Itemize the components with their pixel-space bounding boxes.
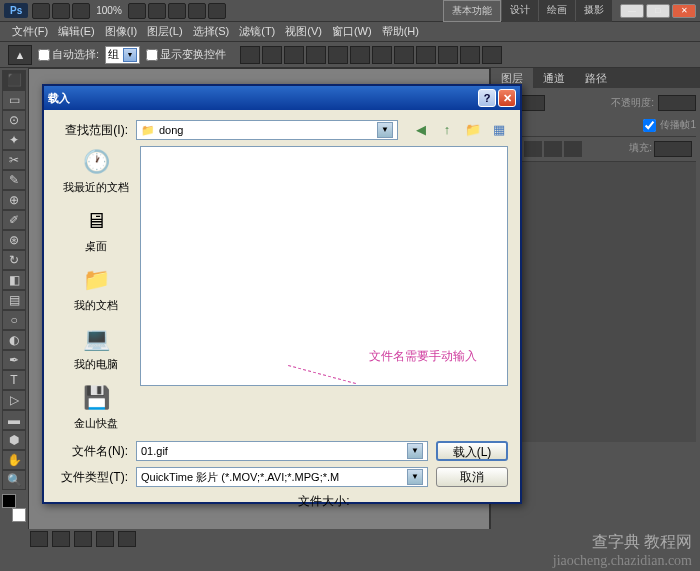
stamp-tool[interactable]: ⊛ bbox=[2, 230, 26, 250]
menu-edit[interactable]: 编辑(E) bbox=[54, 22, 99, 41]
menu-window[interactable]: 窗口(W) bbox=[328, 22, 376, 41]
arrange-icon[interactable] bbox=[188, 3, 206, 19]
healing-tool[interactable]: ⊕ bbox=[2, 190, 26, 210]
ws-tab-essentials[interactable]: 基本功能 bbox=[443, 0, 501, 22]
cancel-button[interactable]: 取消 bbox=[436, 467, 508, 487]
distribute-icon[interactable] bbox=[394, 46, 414, 64]
play-last-icon[interactable] bbox=[118, 531, 136, 547]
sidebar-item-desktop[interactable]: 🖥 桌面 bbox=[56, 205, 136, 254]
viewmenu-icon[interactable]: ▦ bbox=[490, 121, 508, 139]
filename-input[interactable]: 01.gif▼ bbox=[136, 441, 428, 461]
wand-tool[interactable]: ✦ bbox=[2, 130, 26, 150]
shape-tool[interactable]: ▬ bbox=[2, 410, 26, 430]
lookin-combo[interactable]: 📁 dong ▼ bbox=[136, 120, 398, 140]
menu-view[interactable]: 视图(V) bbox=[281, 22, 326, 41]
zoom-icon[interactable] bbox=[148, 3, 166, 19]
dialog-help-button[interactable]: ? bbox=[478, 89, 496, 107]
color-swatches[interactable] bbox=[2, 494, 26, 522]
history-brush-tool[interactable]: ↻ bbox=[2, 250, 26, 270]
file-list[interactable]: 文件名需要手动输入 bbox=[140, 146, 508, 386]
distribute-icon[interactable] bbox=[482, 46, 502, 64]
bridge-icon[interactable] bbox=[32, 3, 50, 19]
lasso-tool[interactable]: ⊙ bbox=[2, 110, 26, 130]
menu-help[interactable]: 帮助(H) bbox=[378, 22, 423, 41]
sidebar-item-mypc[interactable]: 💻 我的电脑 bbox=[56, 323, 136, 372]
pen-tool[interactable]: ✒ bbox=[2, 350, 26, 370]
brush-tool[interactable]: ✐ bbox=[2, 210, 26, 230]
distribute-icon[interactable] bbox=[460, 46, 480, 64]
maximize-button[interactable]: □ bbox=[646, 4, 670, 18]
eyedropper-tool[interactable]: ✎ bbox=[2, 170, 26, 190]
marquee-tool[interactable]: ▭ bbox=[2, 90, 26, 110]
auto-select-combo[interactable]: 组▼ bbox=[105, 46, 140, 64]
eraser-tool[interactable]: ◧ bbox=[2, 270, 26, 290]
zoom-tool[interactable]: 🔍 bbox=[2, 470, 26, 490]
menu-layer[interactable]: 图层(L) bbox=[143, 22, 186, 41]
zoom-level[interactable]: 100% bbox=[96, 5, 122, 16]
lock-position-icon[interactable] bbox=[544, 141, 562, 157]
dodge-tool[interactable]: ◐ bbox=[2, 330, 26, 350]
minimize-button[interactable]: — bbox=[620, 4, 644, 18]
lock-all-icon[interactable] bbox=[564, 141, 582, 157]
menu-file[interactable]: 文件(F) bbox=[8, 22, 52, 41]
sidebar-item-recent[interactable]: 🕐 我最近的文档 bbox=[56, 146, 136, 195]
menu-select[interactable]: 选择(S) bbox=[189, 22, 234, 41]
move-tool[interactable]: ⬛ bbox=[2, 70, 26, 90]
rotate-icon[interactable] bbox=[168, 3, 186, 19]
gradient-tool[interactable]: ▤ bbox=[2, 290, 26, 310]
align-icon[interactable] bbox=[306, 46, 326, 64]
auto-select-checkbox[interactable]: 自动选择: bbox=[38, 47, 99, 62]
sidebar-item-kdisk[interactable]: 💾 金山快盘 bbox=[56, 382, 136, 431]
filetype-select[interactable]: QuickTime 影片 (*.MOV;*.AVI;*.MPG;*.M▼ bbox=[136, 467, 428, 487]
menu-filter[interactable]: 滤镜(T) bbox=[235, 22, 279, 41]
dialog-close-button[interactable]: ✕ bbox=[498, 89, 516, 107]
up-icon[interactable]: ↑ bbox=[438, 121, 456, 139]
layers-list[interactable] bbox=[495, 162, 696, 442]
move-tool-icon[interactable]: ▲ bbox=[8, 45, 32, 65]
play-first-icon[interactable] bbox=[30, 531, 48, 547]
align-icon[interactable] bbox=[240, 46, 260, 64]
layout-icon[interactable] bbox=[72, 3, 90, 19]
watermark-title: 查字典 教程网 bbox=[592, 532, 692, 553]
menu-image[interactable]: 图像(I) bbox=[101, 22, 141, 41]
annotation-line bbox=[288, 365, 356, 384]
newfolder-icon[interactable]: 📁 bbox=[464, 121, 482, 139]
foreground-color[interactable] bbox=[2, 494, 16, 508]
3d-tool[interactable]: ⬢ bbox=[2, 430, 26, 450]
load-button[interactable]: 载入(L) bbox=[436, 441, 508, 461]
sidebar-item-mydocs[interactable]: 📁 我的文档 bbox=[56, 264, 136, 313]
blur-tool[interactable]: ○ bbox=[2, 310, 26, 330]
play-icon[interactable] bbox=[74, 531, 92, 547]
ws-tab-design[interactable]: 设计 bbox=[502, 0, 538, 22]
align-icon[interactable] bbox=[262, 46, 282, 64]
tab-paths[interactable]: 路径 bbox=[575, 68, 617, 88]
crop-tool[interactable]: ✂ bbox=[2, 150, 26, 170]
dialog-titlebar[interactable]: 载入 ? ✕ bbox=[44, 86, 520, 110]
align-icon[interactable] bbox=[350, 46, 370, 64]
play-next-icon[interactable] bbox=[96, 531, 114, 547]
distribute-icon[interactable] bbox=[438, 46, 458, 64]
mb-icon[interactable] bbox=[52, 3, 70, 19]
hand-icon[interactable] bbox=[128, 3, 146, 19]
play-prev-icon[interactable] bbox=[52, 531, 70, 547]
align-icon[interactable] bbox=[328, 46, 348, 64]
path-tool[interactable]: ▷ bbox=[2, 390, 26, 410]
layers-panel: 正常 不透明度: 传播帧1 锁定: 填充: bbox=[491, 88, 700, 446]
background-color[interactable] bbox=[12, 508, 26, 522]
distribute-icon[interactable] bbox=[372, 46, 392, 64]
ws-tab-photo[interactable]: 摄影 bbox=[576, 0, 612, 22]
type-tool[interactable]: T bbox=[2, 370, 26, 390]
back-icon[interactable]: ◀ bbox=[412, 121, 430, 139]
close-button[interactable]: ✕ bbox=[672, 4, 696, 18]
ws-tab-painting[interactable]: 绘画 bbox=[539, 0, 575, 22]
propagate-checkbox[interactable] bbox=[643, 119, 656, 132]
transform-checkbox[interactable]: 显示变换控件 bbox=[146, 47, 226, 62]
lock-pixels-icon[interactable] bbox=[524, 141, 542, 157]
align-icon[interactable] bbox=[284, 46, 304, 64]
fill-input[interactable] bbox=[654, 141, 692, 157]
opacity-input[interactable] bbox=[658, 95, 696, 111]
hand-tool[interactable]: ✋ bbox=[2, 450, 26, 470]
distribute-icon[interactable] bbox=[416, 46, 436, 64]
screen-icon[interactable] bbox=[208, 3, 226, 19]
tab-channels[interactable]: 通道 bbox=[533, 68, 575, 88]
